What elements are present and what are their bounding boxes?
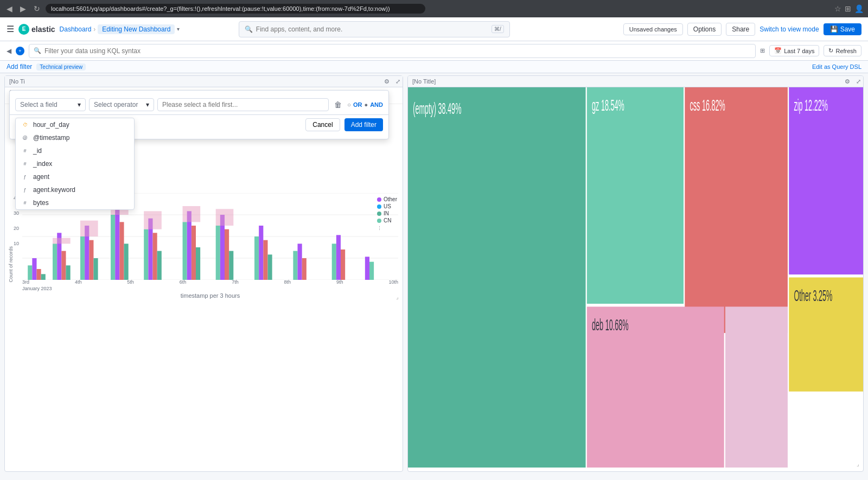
svg-text:Other 3.25%: Other 3.25% — [794, 286, 832, 304]
refresh-button[interactable]: ↻ Refresh — [824, 45, 861, 56]
nav-search-input[interactable] — [256, 25, 488, 33]
right-panel-expand-icon[interactable]: ⤢ — [856, 78, 861, 85]
legend-more-icon[interactable]: ⋮ — [377, 226, 397, 231]
svg-rect-44 — [298, 244, 302, 280]
hamburger-menu[interactable]: ☰ — [7, 24, 14, 34]
field-dropdown: ⏱ hour_of_day @ @timestamp # _id # _inde… — [15, 118, 135, 210]
date-range-button[interactable]: 📅 Last 7 days — [769, 45, 819, 56]
svg-rect-14 — [80, 236, 85, 280]
browser-reload-btn[interactable]: ↻ — [31, 3, 42, 14]
x-axis-label: timestamp per 3 hours — [22, 292, 398, 299]
breadcrumb: Dashboard › Editing New Dashboard ▾ — [60, 24, 180, 34]
save-button[interactable]: 💾 Save — [824, 23, 861, 35]
x-tick-5th: 5th — [127, 279, 134, 285]
edit-query-dsl-link[interactable]: Edit as Query DSL — [812, 63, 861, 70]
field-name-index: _index — [33, 160, 52, 168]
cancel-filter-button[interactable]: Cancel — [305, 118, 340, 131]
and-label[interactable]: AND — [370, 101, 383, 108]
panel-gear-icon[interactable]: ⚙ — [384, 78, 390, 85]
filter-delete-btn[interactable]: 🗑 — [332, 99, 344, 110]
share-button[interactable]: Share — [726, 23, 755, 36]
browser-icons: ☆ ⊞ 👤 — [834, 4, 864, 13]
svg-rect-16 — [89, 240, 93, 280]
filter-value-input[interactable] — [157, 98, 329, 111]
search-icon: 🔍 — [245, 25, 253, 33]
or-label[interactable]: OR — [353, 101, 362, 108]
treemap-svg: (empty) 38.49% gz 18.54% css 16.82% zip … — [408, 87, 863, 468]
field-name-agent: agent — [33, 173, 49, 181]
hash-icon-bytes: # — [21, 200, 29, 206]
field-item-bytes[interactable]: # bytes — [16, 196, 134, 209]
svg-rect-49 — [365, 257, 369, 280]
profile-icon[interactable]: 👤 — [854, 4, 864, 13]
star-icon[interactable]: ☆ — [834, 4, 841, 13]
legend-label-cn: CN — [384, 217, 391, 223]
svg-rect-9 — [53, 244, 57, 280]
operator-select-arrow: ▾ — [146, 101, 149, 108]
treemap-cell-empty[interactable] — [408, 87, 586, 468]
unsaved-changes-button[interactable]: Unsaved changes — [623, 23, 683, 35]
x-tick-4th: 4th — [75, 279, 82, 285]
right-panel-title: [No Title] — [412, 78, 436, 85]
switch-to-view-button[interactable]: Switch to view mode — [760, 25, 819, 33]
technical-preview-badge: Technical preview — [36, 63, 86, 71]
treemap-cell-gz[interactable] — [587, 87, 684, 304]
x-tick-8th: 8th — [284, 279, 291, 285]
svg-rect-12 — [66, 265, 71, 280]
field-item-id[interactable]: # _id — [16, 144, 134, 157]
field-item-agent[interactable]: ƒ agent — [16, 170, 134, 183]
svg-rect-41 — [263, 240, 267, 280]
breadcrumb-dashboard[interactable]: Dashboard — [60, 25, 92, 33]
filter-dot[interactable]: + — [16, 47, 24, 55]
extensions-icon[interactable]: ⊞ — [845, 4, 851, 13]
options-button[interactable]: Options — [687, 23, 722, 36]
field-item-agent-keyword[interactable]: ƒ agent.keyword — [16, 183, 134, 196]
operator-select[interactable]: Select operator ▾ — [89, 98, 154, 111]
svg-rect-37 — [229, 251, 233, 280]
x-tick-6th: 6th — [180, 279, 187, 285]
kql-filter-input-container[interactable]: 🔍 — [29, 44, 756, 58]
elastic-app-name: elastic — [31, 25, 55, 34]
svg-rect-50 — [369, 262, 374, 280]
filter-collapse-icon[interactable]: ◀ — [7, 47, 11, 55]
svg-rect-7 — [36, 269, 41, 280]
kql-filter-input[interactable] — [44, 47, 751, 55]
date-sub-label: January 2023 — [22, 286, 398, 291]
svg-rect-11 — [61, 251, 66, 280]
field-select[interactable]: Select a field ▾ — [15, 98, 86, 111]
left-panel: [No Ti ⚙ ⤢ Cust Ad Select a field ▾ Sele… — [4, 75, 403, 472]
treemap-cell-zip[interactable] — [789, 87, 863, 274]
svg-rect-21 — [119, 222, 124, 280]
hash-icon-index: # — [21, 161, 29, 167]
legend-dot-in — [377, 212, 381, 216]
hash-icon-id: # — [21, 148, 29, 153]
browser-url-input[interactable] — [46, 4, 425, 14]
calendar-icon: 📅 — [774, 47, 782, 54]
nav-search[interactable]: 🔍 ⌘/ — [239, 21, 510, 37]
field-item-timestamp[interactable]: @ @timestamp — [16, 131, 134, 144]
add-filter-submit-button[interactable]: Add filter — [344, 118, 383, 131]
svg-text:(empty) 38.49%: (empty) 38.49% — [413, 99, 461, 117]
field-item-index[interactable]: # _index — [16, 157, 134, 170]
breadcrumb-editing: Editing New Dashboard — [98, 24, 175, 34]
add-filter-button[interactable]: Add filter — [7, 63, 32, 71]
svg-rect-47 — [336, 235, 341, 280]
resize-handle[interactable]: ⌟ — [396, 295, 403, 301]
right-panel-gear-icon[interactable]: ⚙ — [845, 78, 850, 85]
svg-rect-26 — [153, 233, 157, 280]
treemap-cell-css[interactable] — [685, 87, 788, 333]
right-panel-resize-handle[interactable]: ⌟ — [857, 461, 863, 468]
legend-label-us: US — [384, 203, 391, 209]
browser-forward-btn[interactable]: ▶ — [18, 3, 28, 14]
field-item-hour-of-day[interactable]: ⏱ hour_of_day — [16, 118, 134, 131]
svg-rect-57 — [725, 306, 788, 468]
field-name-hour-of-day: hour_of_day — [33, 121, 69, 129]
panel-expand-icon[interactable]: ⤢ — [395, 78, 400, 85]
field-name-timestamp: @timestamp — [33, 134, 70, 142]
date-range-label: Last 7 days — [784, 48, 814, 54]
y-axis-label: Count of records — [8, 246, 14, 283]
columns-icon[interactable]: ⊞ — [760, 47, 765, 54]
browser-back-btn[interactable]: ◀ — [4, 3, 15, 14]
legend-dot-other — [377, 197, 381, 202]
breadcrumb-dropdown-arrow[interactable]: ▾ — [177, 26, 180, 32]
